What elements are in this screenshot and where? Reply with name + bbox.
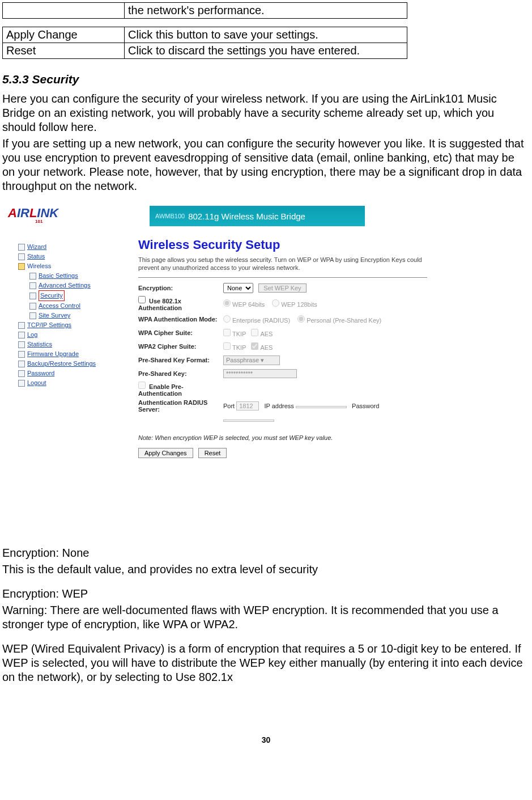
page-icon (29, 273, 36, 280)
tree-item-survey[interactable]: Site Survey (7, 311, 131, 320)
cell-empty (3, 3, 125, 19)
tree-label: TCP/IP Settings (27, 320, 71, 330)
encryption-label: Encryption: (138, 285, 223, 291)
cell-apply-change: Apply Change (3, 27, 125, 43)
set-wep-key-button[interactable]: Set WEP Key (258, 283, 306, 293)
wpa2-cipher-label: WPA2 Cipher Suite: (138, 343, 223, 350)
tree-label: Statistics (27, 340, 52, 349)
page-icon (18, 244, 25, 251)
wpa-aes-label: AES (260, 331, 273, 337)
tree-item-wireless[interactable]: Wireless (7, 261, 131, 271)
apply-changes-button[interactable]: Apply Changes (138, 448, 193, 458)
wpa-mode-label: WPA Authentication Mode: (138, 316, 223, 323)
cell-reset: Reset (3, 43, 125, 59)
page-icon (18, 370, 25, 377)
preauth-wrap: Enable Pre-Authentication (138, 382, 223, 397)
radius-password-input[interactable] (223, 420, 274, 422)
wpa2-aes-checkbox[interactable] (251, 342, 258, 350)
wpa2-aes-label: AES (260, 344, 273, 351)
embedded-screenshot: AIRLINK 101 AWMB100 802.11g Wireless Mus… (2, 204, 433, 534)
wpa2-tkip-checkbox[interactable] (223, 342, 231, 350)
table-fragment-top: the network's performance. (2, 2, 407, 19)
preauth-checkbox[interactable] (138, 382, 146, 389)
tree-label-selected: Security (39, 290, 65, 301)
tree-item-password[interactable]: Password (7, 369, 131, 378)
product-banner: AWMB100 802.11g Wireless Music Bridge (150, 206, 365, 226)
enc-wep-warning: Warning: There are well-documented flaws… (2, 603, 530, 632)
tree-item-stats[interactable]: Statistics (7, 340, 131, 349)
panel-description: This page allows you setup the wireless … (138, 256, 427, 272)
wep128-label: WEP 128bits (281, 301, 317, 308)
cell-reset-desc: Click to discard the settings you have e… (125, 43, 407, 59)
page-icon (29, 293, 36, 299)
para-security-2: If you are setting up a new network, you… (2, 137, 530, 193)
page-icon (18, 341, 25, 348)
tree-item-tcpip[interactable]: TCP/IP Settings (7, 320, 131, 330)
page-icon (18, 380, 25, 387)
tree-label: Access Control (39, 301, 80, 311)
wpa2-cipher-group: TKIP AES (223, 342, 273, 351)
section-heading: 5.3.3 Security (2, 73, 530, 86)
radius-group: Port 1812 IP address Password (223, 401, 379, 410)
tree-item-status[interactable]: Status (7, 252, 131, 261)
psk-format-select[interactable]: Passphrase ▾ (223, 355, 280, 365)
port-label: Port (223, 403, 235, 409)
tree-label: Wireless (27, 261, 51, 271)
page-icon (18, 351, 25, 358)
tree-item-access[interactable]: Access Control (7, 301, 131, 311)
tree-label: Logout (27, 378, 46, 388)
port-input[interactable]: 1812 (236, 401, 259, 410)
wep64-radio[interactable] (223, 299, 231, 307)
tree-label: Site Survey (39, 311, 70, 320)
encryption-select[interactable]: None (223, 283, 253, 293)
tree-item-basic[interactable]: Basic Settings (7, 271, 131, 281)
wpa-personal-label: Personal (Pre-Shared Key) (307, 317, 381, 324)
wpa-tkip-label: TKIP (232, 331, 246, 337)
reset-button[interactable]: Reset (198, 448, 227, 458)
folder-icon (18, 263, 25, 270)
page-number: 30 (2, 735, 530, 744)
wpa2-tkip-label: TKIP (232, 344, 246, 351)
wep-bits-group: WEP 64bits WEP 128bits (223, 299, 317, 308)
banner-title: 802.11g Wireless Music Bridge (188, 211, 305, 221)
psk-label: Pre-Shared Key: (138, 370, 223, 377)
banner-model-code: AWMB100 (155, 213, 185, 219)
wep128-radio[interactable] (272, 299, 279, 307)
enc-none-body: This is the default value, and provides … (2, 562, 530, 577)
wpa-mode-group: Enterprise (RADIUS) Personal (Pre-Shared… (223, 315, 381, 324)
tree-item-logout[interactable]: Logout (7, 378, 131, 388)
psk-format-label: Pre-Shared Key Format: (138, 357, 223, 363)
wpa-aes-checkbox[interactable] (251, 329, 258, 336)
psk-input[interactable]: *********** (223, 369, 297, 378)
tree-item-log[interactable]: Log (7, 330, 131, 340)
tree-item-wizard[interactable]: Wizard (7, 242, 131, 252)
tree-item-security[interactable]: Security (7, 290, 131, 301)
cell-apply-change-desc: Click this button to save your settings. (125, 27, 407, 43)
tree-label: Status (27, 252, 45, 261)
tree-item-fw[interactable]: Firmware Upgrade (7, 349, 131, 359)
airlink-logo: AIRLINK 101 (8, 206, 58, 224)
wpa-enterprise-radio[interactable] (223, 315, 231, 323)
tree-label: Wizard (27, 242, 46, 252)
wep64-label: WEP 64bits (232, 301, 265, 308)
page-icon (18, 332, 25, 338)
wpa-cipher-label: WPA Cipher Suite: (138, 329, 223, 336)
wpa-tkip-checkbox[interactable] (223, 329, 231, 336)
wpa-enterprise-label: Enterprise (RADIUS) (232, 317, 290, 324)
tree-label: Log (27, 330, 37, 340)
page-icon (29, 312, 36, 319)
wpa-personal-radio[interactable] (297, 315, 305, 323)
tree-label: Backup/Restore Settings (27, 359, 96, 369)
enc-wep-heading: Encryption: WEP (2, 587, 530, 601)
tree-label: Basic Settings (39, 271, 78, 281)
tree-item-advanced[interactable]: Advanced Settings (7, 281, 131, 290)
use-8021x-checkbox[interactable] (138, 296, 146, 303)
page-icon (18, 322, 25, 329)
ip-input[interactable] (296, 406, 347, 408)
page-icon (29, 282, 36, 289)
tree-label: Firmware Upgrade (27, 349, 79, 359)
para-security-1: Here you can configure the security of y… (2, 92, 530, 134)
tree-item-backup[interactable]: Backup/Restore Settings (7, 359, 131, 369)
tree-label: Password (27, 369, 54, 378)
cell-network-perf: the network's performance. (125, 3, 407, 19)
